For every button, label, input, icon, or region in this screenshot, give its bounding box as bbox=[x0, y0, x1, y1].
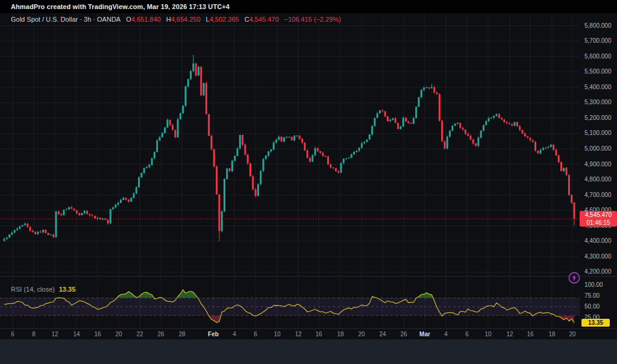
chart-canvas[interactable] bbox=[0, 0, 617, 364]
time-axis-label: 24 bbox=[379, 331, 386, 337]
rsi-value: 13.35 bbox=[59, 286, 76, 293]
time-axis-label: 12 bbox=[51, 331, 58, 337]
price-axis-label: 4,800.000 bbox=[584, 176, 612, 183]
time-axis-label: 10 bbox=[274, 331, 280, 337]
rsi-axis-value-label: 13.35 bbox=[581, 319, 610, 327]
time-axis-label: 6 bbox=[254, 331, 257, 337]
watermark-bar: AhmadPro created with TradingView.com, M… bbox=[0, 0, 617, 13]
rsi-axis-tick: 50.00 bbox=[584, 303, 600, 310]
change-value: −106.415 (−2.29%) bbox=[284, 16, 341, 23]
time-axis-label: 16 bbox=[527, 331, 533, 337]
rsi-axis-tick: 100.00 bbox=[584, 281, 603, 288]
time-axis-label: 18 bbox=[337, 331, 343, 337]
price-axis-label: 5,300.000 bbox=[584, 99, 612, 105]
rsi-legend: RSI (14, close)13.35 bbox=[11, 286, 75, 293]
price-axis-label: 5,200.000 bbox=[584, 115, 612, 121]
price-axis-label: 5,400.000 bbox=[584, 84, 612, 90]
time-axis-label: 12 bbox=[295, 331, 301, 337]
price-axis-label: 5,500.000 bbox=[584, 68, 612, 75]
bottom-toolbar: TradingView bbox=[0, 339, 617, 364]
lightning-icon bbox=[567, 271, 581, 285]
time-axis-label: 12 bbox=[506, 331, 513, 337]
time-axis-label: 16 bbox=[315, 331, 322, 337]
price-axis-label: 5,800.000 bbox=[584, 22, 612, 29]
time-axis-label: 16 bbox=[94, 331, 101, 337]
time-axis-label: 6 bbox=[465, 331, 469, 337]
time-axis-label: 26 bbox=[157, 331, 164, 337]
time-axis-label: Feb bbox=[208, 331, 219, 337]
time-axis-label: 20 bbox=[358, 331, 365, 337]
price-axis-label: 5,000.000 bbox=[584, 145, 612, 152]
ohlc-item: C4,545.470 bbox=[245, 16, 279, 23]
price-axis-label: 4,300.000 bbox=[584, 253, 612, 260]
time-axis-label: 14 bbox=[73, 331, 80, 337]
ohlc-item: O4,651.840 bbox=[126, 16, 161, 23]
grid bbox=[0, 10, 580, 328]
time-axis-label: 4 bbox=[233, 331, 236, 337]
last-price-label: 4,545.470 01:46:15 bbox=[580, 211, 617, 227]
boost-button[interactable] bbox=[567, 271, 581, 285]
price-axis-label: 4,700.000 bbox=[584, 192, 612, 198]
time-axis-label: 18 bbox=[548, 331, 555, 337]
time-axis-label: Mar bbox=[419, 331, 430, 337]
price-axis-label: 5,700.000 bbox=[584, 37, 612, 44]
watermark-text: AhmadPro created with TradingView.com, M… bbox=[11, 3, 230, 10]
rsi-title: RSI (14, close) bbox=[11, 286, 55, 293]
time-axis-label: 4 bbox=[444, 331, 448, 337]
symbol-title: Gold Spot / U.S. Dollar · 3h · OANDA bbox=[11, 16, 121, 23]
time-axis-label: 20 bbox=[569, 331, 575, 337]
time-axis-label: 28 bbox=[178, 331, 185, 337]
time-axis-label: 6 bbox=[11, 331, 14, 337]
price-axis-label: 4,200.000 bbox=[584, 268, 612, 275]
price-axis-label: 5,600.000 bbox=[584, 53, 612, 60]
tradingview-chart-window: AhmadPro created with TradingView.com, M… bbox=[0, 0, 617, 364]
ohlc-item: H4,654.250 bbox=[166, 16, 201, 23]
rsi-axis-tick: 75.00 bbox=[584, 292, 600, 299]
price-axis-label: 4,400.000 bbox=[584, 237, 612, 244]
ohlc-item: L4,502.365 bbox=[206, 16, 239, 23]
candles-series bbox=[4, 55, 575, 242]
time-axis-label: 26 bbox=[400, 331, 407, 337]
time-axis-label: 20 bbox=[115, 331, 122, 337]
time-axis-label: 22 bbox=[136, 331, 143, 337]
time-axis-label: 10 bbox=[484, 331, 491, 337]
price-axis-label: 5,100.000 bbox=[584, 130, 612, 136]
last-price-value: 4,545.470 bbox=[580, 211, 617, 219]
symbol-legend: Gold Spot / U.S. Dollar · 3h · OANDAO4,6… bbox=[11, 16, 341, 23]
price-axis-label: 4,900.000 bbox=[584, 161, 612, 168]
time-axis-label: 8 bbox=[32, 331, 36, 337]
bar-countdown: 01:46:15 bbox=[580, 219, 617, 227]
